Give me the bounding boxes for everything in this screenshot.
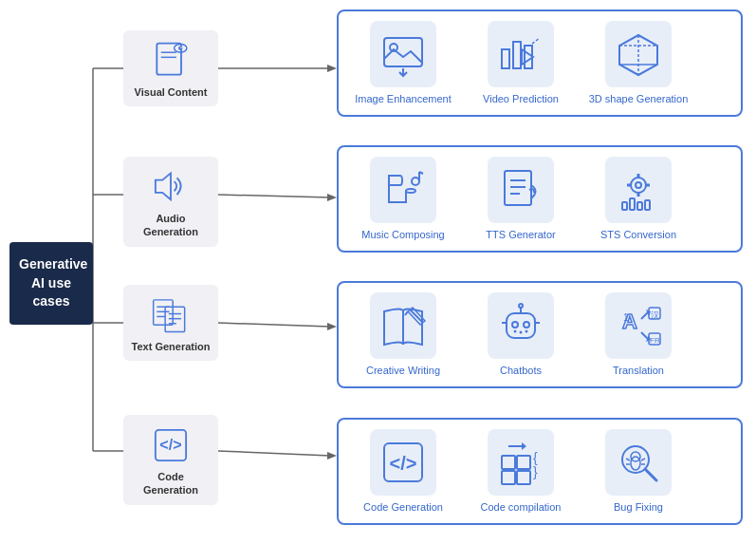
output-item-sts: STS Conversion — [581, 157, 695, 241]
svg-line-97 — [626, 459, 630, 460]
tts-label: TTS Generator — [486, 228, 555, 241]
music-icon — [379, 166, 427, 214]
writing-label: Creative Writing — [366, 364, 440, 377]
svg-rect-25 — [165, 307, 185, 331]
output-group-audio: Music Composing TTS Generator — [337, 145, 743, 253]
svg-point-65 — [524, 322, 529, 328]
svg-point-96 — [631, 457, 640, 470]
svg-marker-6 — [327, 65, 337, 72]
music-label: Music Composing — [361, 228, 444, 241]
category-text: Text Generation — [123, 285, 218, 361]
visual-icon — [150, 40, 192, 82]
output-item-image: Image Enhancement — [346, 21, 460, 105]
writing-icon-box — [370, 292, 436, 359]
output-item-codegen: </> Code Generation — [346, 429, 460, 514]
svg-line-11 — [218, 451, 330, 456]
shape3d-icon-box — [605, 21, 672, 87]
svg-line-9 — [218, 323, 330, 327]
chatbot-icon-box — [488, 292, 554, 359]
svg-rect-59 — [645, 200, 650, 210]
svg-line-94 — [645, 469, 656, 480]
main-label: Generative AI use cases — [19, 256, 87, 309]
compile-label: Code compilation — [481, 500, 562, 514]
svg-rect-88 — [517, 471, 530, 484]
category-audio: Audio Generation — [123, 157, 218, 247]
svg-text:{: { — [533, 450, 538, 465]
svg-text:</>: </> — [390, 453, 417, 474]
tts-icon-box — [488, 157, 554, 223]
text-label: Text Generation — [132, 340, 211, 353]
svg-text:}: } — [533, 464, 538, 479]
code-icon: </> — [150, 424, 192, 466]
compile-icon-box: { } — [488, 429, 554, 496]
shape3d-label: 3D shape Generation — [589, 92, 689, 105]
svg-point-50 — [631, 178, 646, 193]
writing-icon — [379, 302, 427, 349]
svg-point-18 — [178, 47, 182, 50]
svg-point-67 — [520, 331, 523, 334]
diagram: Generative AI use cases Visual Content A… — [0, 0, 756, 544]
svg-rect-34 — [502, 49, 509, 68]
bug-icon-box — [605, 429, 672, 496]
music-icon-box — [370, 157, 436, 223]
svg-point-43 — [412, 178, 419, 185]
output-group-visual: Image Enhancement Video Prediction — [337, 9, 743, 117]
translation-icon: A 1 汉 FR — [615, 302, 662, 349]
sts-label: STS Conversion — [600, 228, 676, 241]
svg-marker-20 — [156, 173, 171, 199]
audio-label: Audio Generation — [129, 212, 212, 239]
output-group-code: </> Code Generation { } — [337, 418, 743, 525]
svg-rect-57 — [630, 198, 635, 210]
svg-point-68 — [526, 330, 528, 333]
svg-marker-92 — [522, 442, 526, 450]
codegen-label: Code Generation — [363, 500, 443, 514]
video-label: Video Prediction — [483, 92, 559, 105]
svg-point-64 — [512, 322, 518, 328]
sts-icon — [615, 166, 662, 214]
output-item-compile: { } Code compilation — [464, 429, 578, 514]
svg-text:1: 1 — [623, 312, 629, 323]
translation-label: Translation — [613, 364, 664, 377]
output-item-video: Video Prediction — [464, 21, 578, 105]
chatbot-label: Chatbots — [500, 364, 542, 377]
video-icon — [497, 30, 544, 78]
svg-text:FR: FR — [650, 336, 660, 345]
compile-icon: { } — [497, 439, 544, 486]
svg-line-7 — [218, 195, 330, 197]
svg-line-98 — [641, 459, 645, 460]
svg-rect-58 — [637, 202, 642, 210]
text-icon — [150, 294, 192, 336]
svg-text:汉: 汉 — [651, 310, 659, 320]
svg-line-38 — [532, 38, 540, 44]
codegen-icon-box: </> — [370, 429, 436, 496]
output-item-music: Music Composing — [346, 157, 460, 241]
output-item-writing: Creative Writing — [346, 292, 460, 377]
bug-label: Bug Fixing — [614, 500, 663, 514]
tts-icon — [497, 166, 544, 214]
svg-text:</>: </> — [159, 436, 181, 453]
svg-rect-63 — [507, 313, 535, 338]
svg-rect-56 — [622, 202, 627, 210]
category-visual: Visual Content — [123, 30, 218, 106]
svg-marker-8 — [327, 194, 337, 201]
svg-point-51 — [636, 182, 641, 188]
chatbot-icon — [497, 302, 544, 349]
translation-icon-box: A 1 汉 FR — [605, 292, 672, 359]
svg-rect-85 — [502, 456, 515, 469]
output-item-bug: Bug Fixing — [581, 429, 695, 514]
code-label: Code Generation — [129, 470, 212, 497]
category-code: </> Code Generation — [123, 415, 218, 505]
image-icon-box — [370, 21, 436, 87]
svg-line-62 — [405, 311, 408, 315]
audio-icon — [150, 166, 192, 208]
svg-rect-86 — [517, 456, 530, 469]
sts-icon-box — [605, 157, 672, 223]
svg-rect-35 — [513, 42, 521, 68]
output-group-text: Creative Writing — [337, 281, 743, 388]
main-box: Generative AI use cases — [9, 242, 93, 325]
output-item-chatbot: Chatbots — [464, 292, 578, 377]
svg-point-66 — [514, 330, 517, 333]
svg-marker-10 — [327, 323, 337, 330]
image-icon — [379, 30, 427, 78]
bug-icon — [615, 439, 662, 486]
